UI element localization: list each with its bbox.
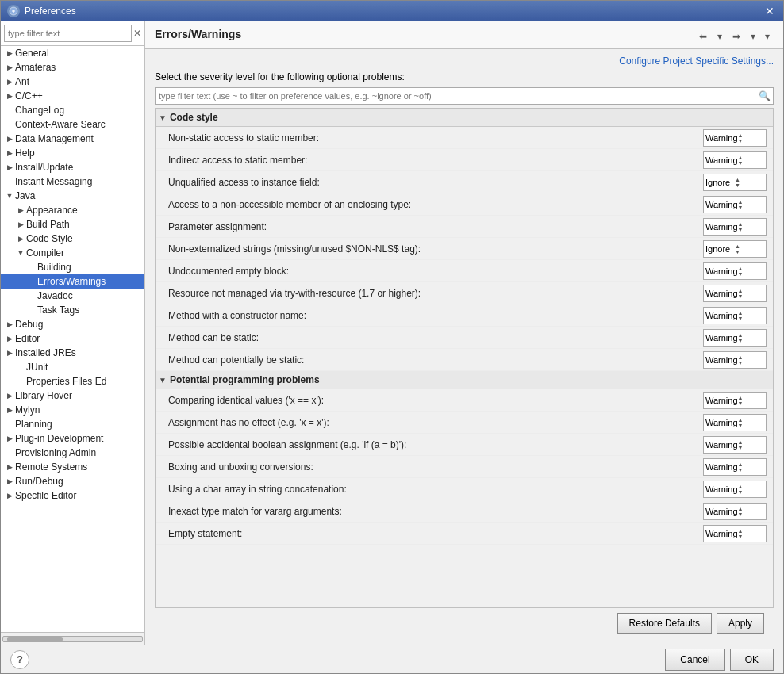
sidebar-item-c-cpp[interactable]: ▶C/C++ [1,89,144,103]
section-header-code-style[interactable]: ▼ Code style [156,109,773,127]
settings-scroll-wrapper: ▼ Code style Non-static access to static… [155,108,774,607]
select-arrows-empty-statement: ▲▼ [738,528,764,539]
setting-label-method-static: Method can be static: [168,332,703,343]
sidebar-item-mylyn[interactable]: ▶Mylyn [1,403,144,417]
setting-select-non-static-access[interactable]: Warning ▲▼ [703,129,767,147]
restore-defaults-button[interactable]: Restore Defaults [617,613,712,634]
select-arrows-assignment-no-effect: ▲▼ [738,417,764,428]
help-button[interactable]: ? [10,650,29,669]
sidebar-item-debug[interactable]: ▶Debug [1,317,144,331]
sidebar-item-library-hover[interactable]: ▶Library Hover [1,389,144,403]
sidebar-item-compiler[interactable]: ▼Compiler [1,246,144,260]
sidebar-filter-input[interactable] [4,25,132,42]
sidebar-filter-clear-icon[interactable]: ✕ [133,28,141,39]
setting-select-non-externalized[interactable]: Ignore ▲▼ [703,240,767,258]
sidebar-item-junit[interactable]: JUnit [1,360,144,374]
select-arrows-parameter-assignment: ▲▼ [738,221,764,232]
sidebar-item-specfile-editor[interactable]: ▶Specfile Editor [1,488,144,503]
sidebar-item-build-path[interactable]: ▶Build Path [1,217,144,232]
sidebar-item-task-tags[interactable]: Task Tags [1,303,144,317]
sidebar-item-context-aware[interactable]: Context-Aware Searc [1,117,144,132]
sidebar-label-installed-jres: Installed JREs [15,347,76,358]
section-title-code-style: Code style [170,112,218,123]
setting-select-undocumented-empty-block[interactable]: Warning ▲▼ [703,262,767,280]
window-title: Preferences [25,6,76,17]
tree-arrow-ant: ▶ [4,76,15,87]
sidebar-item-changelog[interactable]: ChangeLog [1,103,144,117]
sidebar-label-ant: Ant [15,76,29,87]
setting-select-method-constructor-name[interactable]: Warning ▲▼ [703,307,767,324]
setting-value-method-static: Warning [705,333,738,343]
cancel-button[interactable]: Cancel [665,649,724,671]
setting-select-boxing-unboxing[interactable]: Warning ▲▼ [703,458,767,476]
select-arrows-boxing-unboxing: ▲▼ [738,461,764,473]
sidebar-item-javadoc[interactable]: Javadoc [1,289,144,303]
sidebar-item-appearance[interactable]: ▶Appearance [1,203,144,217]
settings-scroll[interactable]: ▼ Code style Non-static access to static… [156,109,773,607]
tree-arrow-general: ▶ [4,48,15,59]
sidebar-hscroll[interactable] [1,633,144,645]
setting-select-resource-not-managed[interactable]: Warning ▲▼ [703,285,767,302]
sidebar-item-provisioning[interactable]: Provisioning Admin [1,446,144,460]
setting-select-empty-statement[interactable]: Warning ▲▼ [703,525,767,542]
filter-input[interactable] [155,87,774,105]
setting-value-unqualified-access: Ignore [705,178,735,187]
sidebar-item-general[interactable]: ▶General [1,46,144,60]
menu-dropdown[interactable]: ▾ [761,28,774,45]
setting-select-method-static[interactable]: Warning ▲▼ [703,329,767,347]
setting-label-resource-not-managed: Resource not managed via try-with-resour… [168,288,703,299]
sidebar-label-c-cpp: C/C++ [15,90,43,101]
setting-select-char-array-concat[interactable]: Warning ▲▼ [703,481,767,498]
setting-select-indirect-access[interactable]: Warning ▲▼ [703,151,767,169]
select-arrows-non-externalized: ▲▼ [735,243,764,255]
sidebar-item-planning[interactable]: Planning [1,417,144,431]
sidebar-item-code-style[interactable]: ▶Code Style [1,232,144,246]
sidebar-item-help[interactable]: ▶Help [1,146,144,160]
setting-row-boxing-unboxing: Boxing and unboxing conversions: Warning… [156,456,773,478]
setting-select-inexact-type-match[interactable]: Warning ▲▼ [703,503,767,520]
sidebar-item-plugin-development[interactable]: ▶Plug-in Development [1,431,144,446]
tree-arrow-specfile-editor: ▶ [4,490,15,501]
sidebar-item-properties-files[interactable]: Properties Files Ed [1,374,144,389]
select-arrows-inexact-type-match: ▲▼ [738,506,764,517]
sidebar-item-errors-warnings[interactable]: Errors/Warnings [1,274,144,289]
sidebar-item-editor[interactable]: ▶Editor [1,331,144,346]
main-panel: Errors/Warnings ⬅ ▾ ➡ ▾ ▾ Configure Proj… [145,21,783,645]
section-header-potential-problems[interactable]: ▼ Potential programming problems [156,371,773,389]
sidebar-item-install-update[interactable]: ▶Install/Update [1,160,144,174]
setting-select-comparing-identical[interactable]: Warning ▲▼ [703,392,767,409]
tree-arrow-javadoc [26,290,37,301]
apply-button[interactable]: Apply [717,613,764,634]
tree-arrow-provisioning [4,447,15,458]
sidebar-item-installed-jres[interactable]: ▶Installed JREs [1,346,144,360]
back-dropdown[interactable]: ▾ [713,28,726,45]
sidebar-item-data-management[interactable]: ▶Data Management [1,132,144,146]
select-arrows-comparing-identical: ▲▼ [738,395,764,406]
setting-select-unqualified-access[interactable]: Ignore ▲▼ [703,174,767,191]
setting-row-char-array-concat: Using a char array in string concatenati… [156,478,773,500]
sidebar-label-amateras: Amateras [15,62,56,73]
setting-select-method-potentially-static[interactable]: Warning ▲▼ [703,351,767,369]
setting-select-boolean-assignment[interactable]: Warning ▲▼ [703,436,767,454]
forward-dropdown[interactable]: ▾ [747,28,759,45]
back-button[interactable]: ⬅ [694,28,712,45]
ok-button[interactable]: OK [730,649,774,671]
sidebar-item-building[interactable]: Building [1,260,144,274]
setting-select-assignment-no-effect[interactable]: Warning ▲▼ [703,414,767,431]
title-bar: Preferences ✕ [1,1,783,21]
forward-button[interactable]: ➡ [728,28,745,45]
sidebar-item-java[interactable]: ▼Java [1,189,144,203]
sidebar-label-properties-files: Properties Files Ed [26,376,106,387]
configure-link[interactable]: Configure Project Specific Settings... [619,56,774,67]
sidebar-item-ant[interactable]: ▶Ant [1,75,144,89]
setting-select-parameter-assignment[interactable]: Warning ▲▼ [703,218,767,236]
setting-select-non-accessible-member[interactable]: Warning ▲▼ [703,196,767,213]
sidebar-item-amateras[interactable]: ▶Amateras [1,60,144,75]
tree-arrow-run-debug: ▶ [4,476,15,487]
sidebar-item-instant-messaging[interactable]: Instant Messaging [1,174,144,189]
sidebar-item-run-debug[interactable]: ▶Run/Debug [1,474,144,488]
close-button[interactable]: ✕ [763,4,777,18]
tree-arrow-installed-jres: ▶ [4,347,15,358]
setting-label-parameter-assignment: Parameter assignment: [168,221,703,232]
sidebar-item-remote-systems[interactable]: ▶Remote Systems [1,460,144,474]
